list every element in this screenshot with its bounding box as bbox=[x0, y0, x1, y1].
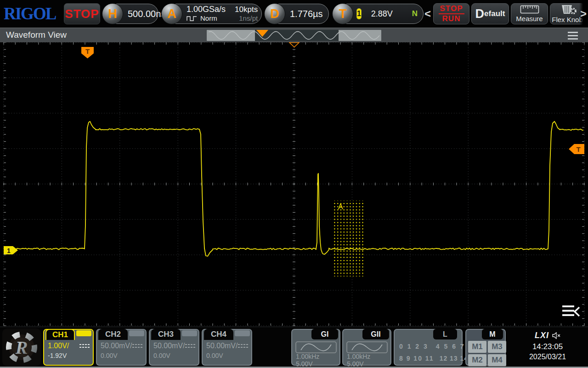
ch2-scale: 50.00mV/ bbox=[101, 342, 132, 350]
view-menu-icon[interactable] bbox=[568, 32, 578, 40]
ch1-offset: -1.92V bbox=[48, 352, 67, 359]
a-button[interactable]: A bbox=[161, 3, 182, 24]
ch4-color-bar bbox=[235, 330, 250, 336]
horizontal-timebase-control[interactable]: H 500.00ns/ bbox=[102, 4, 158, 24]
math-card[interactable]: M M1 M3 M2 M4 bbox=[465, 329, 506, 366]
rigol-logo: RIGOL bbox=[4, 4, 56, 24]
bottom-status-bar: R CH1 1.00V/ -1.92V CH2 50.00mV/ 0.00V C… bbox=[0, 327, 588, 368]
ch1-tab[interactable]: CH1 bbox=[45, 329, 75, 340]
acquire-mode: Norm bbox=[200, 14, 217, 23]
clock-panel[interactable]: LXI 14:23:05 2025/03/21 bbox=[509, 328, 587, 367]
ch4-scale: 50.00mV/ bbox=[206, 342, 237, 350]
ch3-tab[interactable]: CH3 bbox=[151, 329, 181, 340]
acquisition-control[interactable]: A 1.00GSa/s Norm 10kpts 1ns/pt bbox=[162, 4, 262, 24]
rigol-gear-logo[interactable]: R bbox=[2, 328, 41, 366]
sample-resolution: 1ns/pt bbox=[235, 14, 258, 23]
gii-sine-icon bbox=[346, 341, 388, 353]
svg-text:1: 1 bbox=[7, 247, 11, 254]
sample-rate: 1.00GSa/s bbox=[187, 5, 226, 14]
lxi-logo: LXI bbox=[535, 331, 549, 340]
math-tab[interactable]: M bbox=[482, 329, 503, 339]
measure-button[interactable]: Measure bbox=[511, 3, 548, 24]
default-label-initial: D bbox=[475, 7, 485, 21]
gii-tab[interactable]: GII bbox=[362, 329, 389, 339]
view-title: Waveform View bbox=[6, 30, 67, 40]
trigger-position-icon bbox=[289, 43, 299, 47]
ch1-label: CH1 bbox=[52, 330, 68, 339]
ch2-label: CH2 bbox=[105, 330, 121, 339]
measure-label: Measure bbox=[516, 15, 543, 23]
logic-group-8-11: 8 9 10 11 bbox=[399, 355, 434, 362]
acquire-mode-icon bbox=[187, 15, 198, 22]
stop-run-button[interactable]: STOP RUN bbox=[433, 3, 469, 24]
gi-tab[interactable]: GI bbox=[311, 329, 338, 339]
graticule-and-trace: TT1 bbox=[0, 0, 588, 327]
ch4-offset: 0.00V bbox=[206, 352, 223, 359]
trigger-level: 2.88V bbox=[371, 9, 393, 19]
delay-control[interactable]: D 1.776µs bbox=[265, 4, 329, 24]
gi-frequency: 1.00kHz bbox=[296, 354, 319, 360]
toolbar-scroll-right[interactable]: > bbox=[579, 0, 588, 28]
ch4-tab[interactable]: CH4 bbox=[204, 329, 233, 340]
channel-card-ch1[interactable]: CH1 1.00V/ -1.92V bbox=[43, 329, 94, 366]
record-overview-strip[interactable] bbox=[207, 29, 381, 41]
delay-value: 1.776µs bbox=[285, 9, 330, 19]
ruler-icon bbox=[520, 5, 539, 14]
ch2-color-bar bbox=[129, 330, 144, 336]
ch1-coupling-icon bbox=[79, 344, 90, 348]
run-label: RUN bbox=[442, 15, 461, 23]
ch2-offset: 0.00V bbox=[101, 352, 118, 359]
toolbar-scroll-left[interactable]: < bbox=[424, 0, 432, 28]
channel-card-ch2[interactable]: CH2 50.00mV/ 0.00V bbox=[96, 329, 147, 366]
t-button[interactable]: T bbox=[332, 3, 353, 24]
ch3-offset: 0.00V bbox=[153, 352, 170, 359]
math-m3-button[interactable]: M3 bbox=[488, 341, 506, 353]
acquisition-state-badge: STOP bbox=[64, 3, 100, 24]
gear-icon: R bbox=[5, 330, 39, 364]
logic-group-4-7: 4 5 6 7 bbox=[436, 343, 465, 350]
ch2-coupling-icon bbox=[132, 344, 142, 348]
logic-tab[interactable]: L bbox=[433, 329, 457, 339]
ch3-color-bar bbox=[182, 330, 197, 336]
trigger-source-badge: 1 bbox=[356, 8, 362, 19]
generator-card-gi[interactable]: GI 1.00kHz 5.00V bbox=[291, 329, 340, 366]
trigger-control[interactable]: T 1 2.88V N bbox=[333, 4, 424, 24]
gii-frequency: 1.00kHz bbox=[347, 354, 370, 360]
trigger-edge-icon bbox=[363, 6, 364, 21]
ch4-label: CH4 bbox=[211, 330, 226, 339]
generator-card-gii[interactable]: GII 1.00kHz 5.00V bbox=[342, 329, 391, 366]
top-status-bar: RIGOL STOP H 500.00ns/ A 1.00GSa/s Norm … bbox=[0, 0, 588, 28]
waveform-display[interactable]: A TT1 bbox=[0, 0, 588, 327]
ch1-scale: 1.00V/ bbox=[48, 342, 69, 350]
ch3-coupling-icon bbox=[185, 344, 195, 348]
menu-collapse-icon bbox=[562, 306, 574, 315]
knob-icon bbox=[557, 5, 577, 15]
math-m1-button[interactable]: M1 bbox=[468, 341, 486, 353]
math-m4-button[interactable]: M4 bbox=[488, 354, 506, 366]
gi-amplitude: 5.00V bbox=[296, 360, 313, 368]
ch3-scale: 50.00mV/ bbox=[153, 342, 185, 350]
math-m2-button[interactable]: M2 bbox=[468, 354, 486, 366]
ch2-tab[interactable]: CH2 bbox=[98, 329, 128, 340]
default-label-rest: efault bbox=[484, 9, 505, 18]
speaker-muted-icon bbox=[552, 332, 560, 339]
system-time: 14:23:05 bbox=[509, 342, 587, 351]
svg-text:R: R bbox=[15, 337, 28, 358]
d-button[interactable]: D bbox=[264, 3, 285, 24]
h-button[interactable]: H bbox=[102, 3, 123, 24]
stop-label: STOP bbox=[440, 5, 463, 13]
ch1-color-bar bbox=[76, 330, 91, 336]
ch3-label: CH3 bbox=[158, 330, 174, 339]
ch1-position-marker bbox=[4, 246, 18, 254]
logic-group-0-3: 0 1 2 3 bbox=[399, 343, 429, 350]
channel-card-ch3[interactable]: CH3 50.00mV/ 0.00V bbox=[149, 329, 199, 366]
logic-card[interactable]: L 0 1 2 3 4 5 6 7 8 9 10 11 12 13 14 15 bbox=[394, 329, 463, 366]
svg-text:T: T bbox=[85, 47, 90, 55]
default-button[interactable]: Default bbox=[471, 3, 509, 24]
svg-text:T: T bbox=[576, 145, 580, 153]
channel-card-ch4[interactable]: CH4 50.00mV/ 0.00V bbox=[202, 329, 252, 366]
waveform-view-titlebar: Waveform View bbox=[0, 28, 588, 42]
ch4-coupling-icon bbox=[238, 344, 248, 348]
flex-knob-label: Flex Knob bbox=[552, 16, 583, 23]
system-date: 2025/03/21 bbox=[509, 353, 587, 361]
